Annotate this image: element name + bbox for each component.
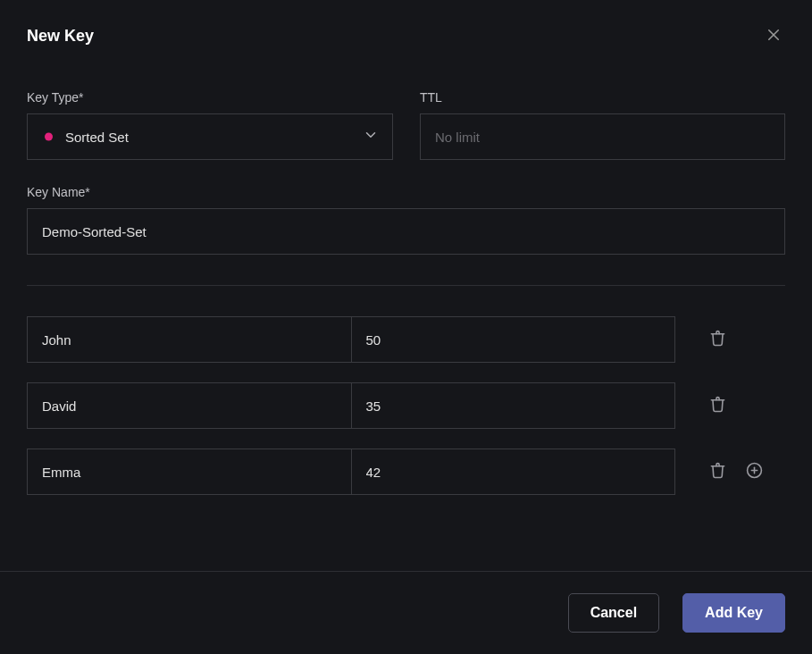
delete-member-button[interactable] xyxy=(707,460,728,483)
cancel-button[interactable]: Cancel xyxy=(568,593,659,633)
member-score-input[interactable] xyxy=(352,316,676,363)
row-actions xyxy=(707,328,728,351)
key-name-label: Key Name* xyxy=(27,185,785,199)
key-name-input[interactable] xyxy=(27,208,785,255)
trash-icon xyxy=(709,396,726,415)
members-list xyxy=(27,316,785,495)
close-button[interactable] xyxy=(762,23,785,49)
row-actions xyxy=(707,394,728,417)
dialog-body: Key Type* TTL Key Name* xyxy=(0,58,812,571)
add-member-button[interactable] xyxy=(744,460,765,483)
plus-circle-icon xyxy=(746,462,763,482)
member-row xyxy=(27,449,785,495)
trash-icon xyxy=(709,462,726,482)
member-inputs xyxy=(27,449,675,495)
key-type-field: Key Type* xyxy=(27,90,393,160)
key-name-field: Key Name* xyxy=(27,185,785,255)
new-key-dialog: New Key Key Type* TTL xyxy=(0,0,812,654)
ttl-label: TTL xyxy=(420,90,785,105)
key-type-label: Key Type* xyxy=(27,90,393,105)
dialog-footer: Cancel Add Key xyxy=(0,571,812,654)
member-row xyxy=(27,382,785,429)
row-actions xyxy=(707,460,765,483)
member-name-input[interactable] xyxy=(27,316,352,363)
sorted-set-dot-icon xyxy=(45,133,53,141)
delete-member-button[interactable] xyxy=(707,328,728,351)
ttl-input[interactable] xyxy=(420,113,785,160)
key-type-input[interactable] xyxy=(27,113,393,160)
member-name-input[interactable] xyxy=(27,382,352,429)
ttl-field: TTL xyxy=(420,90,785,160)
top-fields-row: Key Type* TTL xyxy=(27,90,785,160)
key-type-select[interactable] xyxy=(27,113,393,160)
close-icon xyxy=(766,27,782,46)
member-score-input[interactable] xyxy=(352,382,676,429)
dialog-title: New Key xyxy=(27,27,94,46)
member-name-input[interactable] xyxy=(27,449,352,495)
member-inputs xyxy=(27,316,675,363)
member-score-input[interactable] xyxy=(352,449,676,495)
divider xyxy=(27,285,785,286)
dialog-header: New Key xyxy=(0,0,812,58)
trash-icon xyxy=(709,330,726,349)
delete-member-button[interactable] xyxy=(707,394,728,417)
add-key-button[interactable]: Add Key xyxy=(682,593,785,633)
member-inputs xyxy=(27,382,675,429)
member-row xyxy=(27,316,785,363)
